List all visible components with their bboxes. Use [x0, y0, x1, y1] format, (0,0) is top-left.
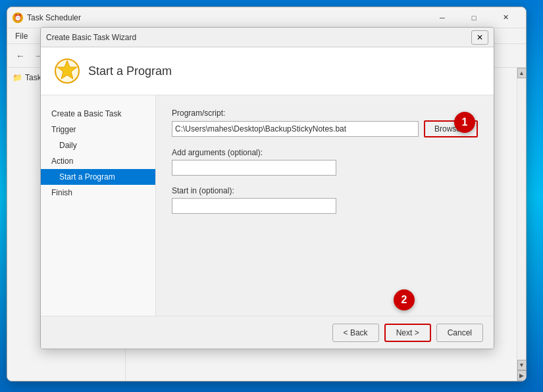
- program-row: Browse...: [172, 120, 478, 137]
- wizard-header-title: Start a Program: [88, 64, 172, 78]
- nav-start-a-program[interactable]: Start a Program: [41, 169, 155, 185]
- task-icon: 📁: [13, 73, 22, 82]
- scroll-down-btn[interactable]: ▼: [517, 360, 527, 370]
- annotation-1: 1: [454, 112, 475, 133]
- app-icon: ⏰: [13, 12, 23, 23]
- titlebar: ⏰ Task Scheduler ─ □ ✕: [7, 7, 526, 28]
- program-group: Program/script: Browse...: [172, 109, 478, 137]
- wizard-dialog: Create Basic Task Wizard ✕ Start a Progr…: [40, 27, 494, 349]
- minimize-button[interactable]: ─: [427, 7, 457, 28]
- start-in-label: Start in (optional):: [172, 186, 478, 195]
- args-input[interactable]: [172, 160, 336, 176]
- back-button[interactable]: < Back: [332, 324, 379, 342]
- nav-daily[interactable]: Daily: [41, 137, 155, 153]
- wizard-panel: Program/script: Browse... Add arguments …: [156, 95, 494, 316]
- wizard-title: Create Basic Task Wizard: [46, 33, 471, 42]
- menu-file[interactable]: File: [10, 30, 33, 42]
- wizard-footer: < Back Next > Cancel: [41, 316, 494, 349]
- wizard-close-button[interactable]: ✕: [471, 30, 488, 45]
- annotation-2: 2: [394, 289, 415, 310]
- window-title: Task Scheduler: [27, 13, 427, 22]
- back-button[interactable]: ←: [13, 48, 28, 64]
- nav-create-basic-task[interactable]: Create a Basic Task: [41, 106, 155, 122]
- args-group: Add arguments (optional):: [172, 148, 478, 176]
- program-label: Program/script:: [172, 109, 478, 118]
- wizard-content: Create a Basic Task Trigger Daily Action…: [41, 95, 494, 316]
- maximize-button[interactable]: □: [459, 7, 489, 28]
- nav-finish[interactable]: Finish: [41, 185, 155, 201]
- start-in-group: Start in (optional):: [172, 186, 478, 214]
- scrollbar-right: ▲ ▼ ▶: [517, 68, 526, 381]
- wizard-header: Start a Program: [41, 47, 494, 95]
- start-in-input[interactable]: [172, 198, 336, 214]
- next-button[interactable]: Next >: [384, 324, 431, 342]
- scroll-up-btn[interactable]: ▲: [517, 68, 527, 78]
- wizard-titlebar: Create Basic Task Wizard ✕: [41, 28, 494, 47]
- program-input[interactable]: [172, 121, 419, 137]
- wizard-nav: Create a Basic Task Trigger Daily Action…: [41, 95, 156, 316]
- nav-action[interactable]: Action: [41, 153, 155, 169]
- close-button[interactable]: ✕: [490, 7, 521, 28]
- nav-trigger[interactable]: Trigger: [41, 122, 155, 137]
- task-scheduler-window: ⏰ Task Scheduler ─ □ ✕ File ← → Task S..…: [7, 7, 527, 381]
- scroll-right-btn[interactable]: ▶: [517, 370, 527, 381]
- args-label: Add arguments (optional):: [172, 148, 478, 157]
- cancel-button[interactable]: Cancel: [436, 324, 483, 342]
- header-icon: [54, 58, 80, 84]
- window-controls: ─ □ ✕: [427, 7, 521, 28]
